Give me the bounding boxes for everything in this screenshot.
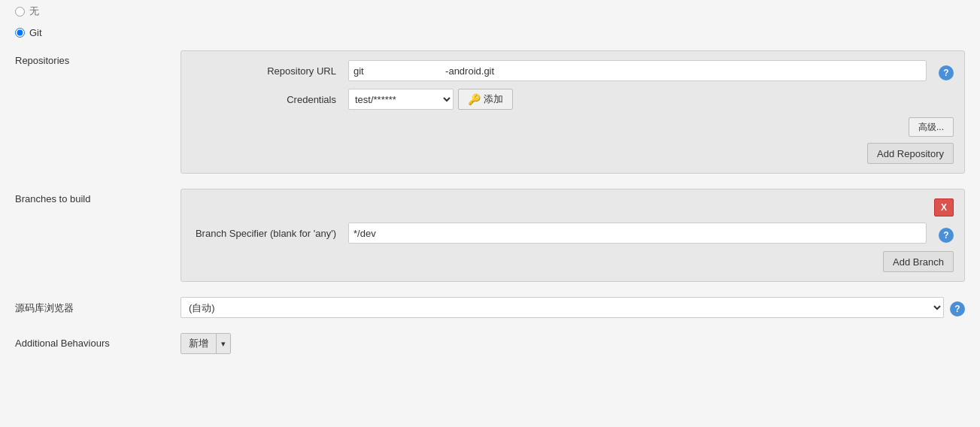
x-button[interactable]: X (934, 198, 954, 217)
branches-section-row: Branches to build X Branch Specifier (bl… (0, 181, 980, 289)
credentials-select[interactable]: test/****** (348, 89, 454, 110)
key-icon: 🔑 (468, 93, 481, 105)
additional-behaviours-label: Additional Behaviours (15, 333, 181, 349)
repo-url-label: Repository URL (192, 65, 342, 77)
branches-with-help: X Branch Specifier (blank for 'any') ? A… (181, 189, 965, 282)
branch-specifier-label: Branch Specifier (blank for 'any') (192, 228, 342, 239)
source-browser-select[interactable]: (自动) (181, 297, 944, 318)
repo-url-row: Repository URL ? (192, 60, 954, 81)
radio-row-none: 无 (0, 0, 980, 23)
radio-row-git: Git (0, 23, 980, 43)
repo-url-help-icon[interactable]: ? (939, 65, 954, 80)
repositories-label: Repositories (15, 50, 181, 66)
branches-label: Branches to build (15, 189, 181, 204)
additional-behaviours-section-row: Additional Behaviours 新增 ▾ (0, 326, 980, 362)
credentials-row: Credentials test/****** 🔑 添加 (192, 89, 954, 110)
branch-specifier-help-icon[interactable]: ? (939, 228, 954, 243)
advanced-row: 高级... (192, 117, 954, 137)
source-browser-help-icon[interactable]: ? (950, 301, 965, 316)
credentials-label: Credentials (192, 94, 342, 105)
radio-none[interactable] (15, 7, 25, 17)
x-button-row: X (192, 198, 954, 217)
branch-specifier-row: Branch Specifier (blank for 'any') ? (192, 223, 954, 244)
credentials-controls: test/****** 🔑 添加 (348, 89, 513, 110)
source-browser-with-help: (自动) ? (181, 297, 965, 318)
add-behaviour-dropdown[interactable]: 新增 ▾ (181, 333, 231, 354)
repositories-content: Repository URL ? Credentials test/******… (181, 50, 965, 174)
add-repository-button[interactable]: Add Repository (867, 143, 954, 164)
repositories-with-help: Repository URL ? Credentials test/******… (181, 50, 965, 174)
radio-git[interactable] (15, 28, 25, 38)
add-repository-row: Add Repository (192, 143, 954, 164)
radio-git-label: Git (29, 27, 42, 38)
branches-content: X Branch Specifier (blank for 'any') ? A… (181, 189, 965, 282)
add-branch-row: Add Branch (192, 251, 954, 272)
add-credential-button[interactable]: 🔑 添加 (458, 89, 513, 110)
add-behaviour-arrow[interactable]: ▾ (217, 334, 230, 353)
repo-url-input[interactable] (348, 60, 927, 81)
page-container: 无 Git Repositories Repository URL ? Cred… (0, 0, 980, 427)
source-browser-section-row: 源码库浏览器 (自动) ? (0, 289, 980, 326)
branch-specifier-input[interactable] (348, 223, 927, 244)
radio-none-label: 无 (29, 5, 39, 18)
add-branch-button[interactable]: Add Branch (883, 251, 954, 272)
add-behaviour-main[interactable]: 新增 (181, 334, 217, 353)
source-browser-label: 源码库浏览器 (15, 297, 181, 315)
advanced-button[interactable]: 高级... (909, 117, 954, 137)
repositories-section-row: Repositories Repository URL ? Credential… (0, 43, 980, 181)
